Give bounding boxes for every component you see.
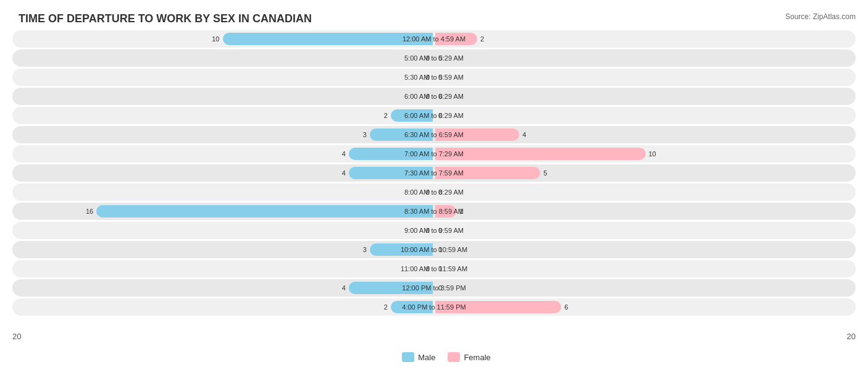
female-value: 2 [480,35,491,43]
female-bar [435,33,477,45]
chart-legend: Male Female [12,352,868,362]
male-value: 3 [356,131,367,138]
male-value: 10 [209,35,220,43]
male-value: 0 [419,93,430,100]
chart-row: 47:00 AM to 7:29 AM10 [12,145,856,162]
male-value: 4 [335,150,346,158]
male-value: 0 [419,188,430,196]
source-text: Source: ZipAtlas.com [785,12,856,21]
male-bar [370,243,433,256]
male-value: 4 [335,284,346,292]
chart-row: 26:00 AM to 6:29 AM0 [12,107,856,124]
chart-row: 36:30 AM to 6:59 AM4 [12,126,856,143]
male-value: 0 [419,54,430,62]
male-bar [391,301,433,313]
male-legend-box [402,352,414,362]
male-bar [391,109,433,122]
chart-row: 08:00 AM to 8:29 AM0 [12,184,856,201]
female-value: 0 [438,74,449,81]
female-value: 0 [438,93,449,100]
female-value: 6 [564,303,575,311]
chart-row: 05:00 AM to 5:29 AM0 [12,49,856,67]
chart-row: 24:00 PM to 11:59 PM6 [12,298,856,316]
chart-row: 310:00 AM to 10:59 AM0 [12,241,856,258]
female-value: 1 [459,208,470,215]
female-value: 0 [438,112,449,119]
axis-left-label: 20 [12,332,21,341]
male-bar [349,167,433,179]
female-value: 0 [438,227,449,234]
female-value: 5 [543,169,554,177]
female-value: 0 [438,284,449,292]
male-bar [349,148,433,160]
male-bar [370,129,433,141]
chart-row: 1012:00 AM to 4:59 AM2 [12,30,856,48]
legend-female: Female [448,352,490,362]
female-bar [435,301,561,313]
male-bar [96,205,433,217]
male-value: 2 [377,303,388,311]
female-bar [435,129,519,141]
male-value: 3 [356,246,367,253]
male-value: 0 [419,227,430,234]
chart-row: 168:30 AM to 8:59 AM1 [12,203,856,220]
chart-row: 05:30 AM to 5:59 AM0 [12,69,856,86]
female-legend-label: Female [464,353,490,362]
axis-right-label: 20 [847,332,856,341]
male-value: 2 [377,112,388,119]
male-value: 0 [419,74,430,81]
female-legend-box [448,352,460,362]
male-value: 0 [419,265,430,272]
female-bar [435,205,456,217]
male-bar [223,33,433,45]
female-value: 0 [438,188,449,196]
female-value: 0 [438,246,449,253]
chart-row: 011:00 AM to 11:59 AM0 [12,260,856,277]
female-value: 0 [438,265,449,272]
legend-male: Male [402,352,435,362]
female-bar [435,148,646,160]
male-bar [349,282,433,294]
female-value: 10 [649,150,660,158]
chart-container: TIME OF DEPARTURE TO WORK BY SEX IN CANA… [0,0,868,367]
male-legend-label: Male [418,353,435,362]
female-value: 0 [438,54,449,62]
female-bar [435,167,540,179]
chart-row: 09:00 AM to 9:59 AM0 [12,222,856,239]
male-value: 16 [82,208,93,215]
chart-title: TIME OF DEPARTURE TO WORK BY SEX IN CANA… [12,12,856,25]
chart-row: 412:00 PM to 3:59 PM0 [12,279,856,297]
female-value: 4 [522,131,533,138]
chart-row: 47:30 AM to 7:59 AM5 [12,164,856,182]
male-value: 4 [335,169,346,177]
chart-row: 06:00 AM to 6:29 AM0 [12,88,856,105]
